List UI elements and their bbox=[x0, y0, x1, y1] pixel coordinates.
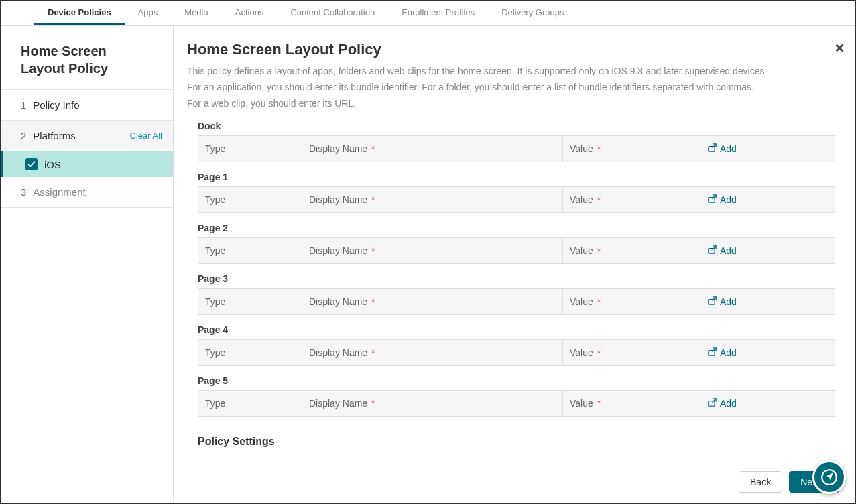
col-add: Add bbox=[700, 187, 835, 212]
col-type: Type bbox=[198, 391, 302, 416]
section-label: Dock bbox=[198, 121, 835, 131]
add-button[interactable]: Add bbox=[707, 296, 737, 308]
step-label: Platforms bbox=[33, 130, 75, 141]
col-value: Value * bbox=[563, 187, 700, 212]
col-type: Type bbox=[198, 289, 302, 314]
tab-actions[interactable]: Actions bbox=[222, 1, 278, 25]
col-type: Type bbox=[198, 187, 302, 212]
sidebar-title: Home Screen Layout Policy bbox=[1, 26, 173, 89]
step-number: 3 bbox=[21, 186, 26, 198]
step-assignment[interactable]: 3Assignment bbox=[1, 177, 173, 208]
svg-rect-5 bbox=[709, 401, 715, 407]
checkbox-checked-icon[interactable] bbox=[25, 158, 38, 170]
add-icon bbox=[707, 194, 720, 206]
col-type: Type bbox=[198, 136, 302, 162]
col-display-name: Display Name * bbox=[302, 391, 563, 416]
col-add: Add bbox=[700, 340, 835, 365]
col-add: Add bbox=[700, 136, 835, 162]
col-value: Value * bbox=[563, 289, 700, 314]
col-display-name: Display Name * bbox=[302, 238, 563, 263]
col-value: Value * bbox=[563, 391, 700, 416]
policy-description: This policy defines a layout of apps, fo… bbox=[187, 64, 790, 111]
step-number: 1 bbox=[21, 99, 26, 111]
tab-apps[interactable]: Apps bbox=[125, 1, 172, 25]
wizard-sidebar: Home Screen Layout Policy 1Policy Info 2… bbox=[1, 26, 174, 503]
col-value: Value * bbox=[563, 238, 700, 263]
add-icon bbox=[707, 397, 720, 410]
col-add: Add bbox=[700, 391, 835, 416]
step-number: 2 bbox=[21, 130, 26, 141]
col-display-name: Display Name * bbox=[302, 136, 563, 162]
step-policy-info[interactable]: 1Policy Info bbox=[1, 90, 173, 121]
tab-media[interactable]: Media bbox=[171, 1, 221, 25]
layout-table-header: TypeDisplay Name *Value *Add bbox=[198, 186, 835, 213]
add-button[interactable]: Add bbox=[707, 143, 737, 155]
col-add: Add bbox=[700, 289, 835, 314]
col-value: Value * bbox=[563, 340, 700, 365]
layout-table-header: TypeDisplay Name *Value *Add bbox=[198, 288, 835, 315]
tab-content-collaboration[interactable]: Content Collaboration bbox=[277, 1, 388, 25]
col-add: Add bbox=[700, 238, 835, 263]
help-fab[interactable] bbox=[812, 460, 846, 494]
close-icon[interactable]: ✕ bbox=[835, 41, 845, 56]
add-icon bbox=[707, 296, 720, 308]
step-label: Policy Info bbox=[33, 99, 79, 111]
policy-settings-heading: Policy Settings bbox=[198, 436, 835, 448]
navigation-arrow-icon bbox=[817, 465, 842, 490]
col-type: Type bbox=[198, 340, 302, 365]
col-display-name: Display Name * bbox=[302, 187, 563, 212]
platform-label: iOS bbox=[44, 159, 61, 170]
tab-device-policies[interactable]: Device Policies bbox=[34, 1, 125, 25]
step-label: Assignment bbox=[33, 186, 85, 198]
svg-rect-0 bbox=[709, 147, 715, 152]
add-button[interactable]: Add bbox=[707, 194, 737, 206]
svg-rect-1 bbox=[709, 198, 715, 203]
col-display-name: Display Name * bbox=[302, 289, 563, 314]
svg-rect-4 bbox=[709, 351, 715, 356]
main-panel: ✕ Home Screen Layout Policy This policy … bbox=[174, 26, 855, 503]
add-icon bbox=[707, 346, 720, 359]
step-platforms[interactable]: 2Platforms Clear All bbox=[1, 121, 173, 151]
tab-delivery-groups[interactable]: Delivery Groups bbox=[488, 1, 577, 25]
section-label: Page 5 bbox=[198, 375, 835, 386]
section-label: Page 1 bbox=[198, 172, 835, 182]
layout-table-header: TypeDisplay Name *Value *Add bbox=[198, 339, 835, 366]
section-label: Page 4 bbox=[198, 324, 835, 335]
top-nav: Device Policies Apps Media Actions Conte… bbox=[1, 1, 855, 26]
platform-ios[interactable]: iOS bbox=[1, 151, 173, 177]
section-label: Page 2 bbox=[198, 223, 835, 233]
add-button[interactable]: Add bbox=[707, 346, 737, 359]
svg-rect-2 bbox=[709, 249, 715, 254]
col-value: Value * bbox=[563, 136, 700, 162]
page-title: Home Screen Layout Policy bbox=[187, 41, 842, 58]
add-button[interactable]: Add bbox=[707, 397, 737, 410]
tab-enrollment-profiles[interactable]: Enrollment Profiles bbox=[388, 1, 488, 25]
col-display-name: Display Name * bbox=[302, 340, 563, 365]
svg-rect-3 bbox=[709, 300, 715, 305]
add-button[interactable]: Add bbox=[707, 245, 737, 257]
section-label: Page 3 bbox=[198, 273, 835, 284]
layout-table-header: TypeDisplay Name *Value *Add bbox=[198, 390, 835, 417]
back-button[interactable]: Back bbox=[739, 471, 782, 493]
layout-table-header: TypeDisplay Name *Value *Add bbox=[198, 237, 835, 264]
col-type: Type bbox=[198, 238, 302, 263]
clear-all-link[interactable]: Clear All bbox=[130, 131, 162, 141]
add-icon bbox=[707, 245, 720, 257]
layout-table-header: TypeDisplay Name *Value *Add bbox=[198, 135, 835, 162]
add-icon bbox=[707, 143, 720, 155]
